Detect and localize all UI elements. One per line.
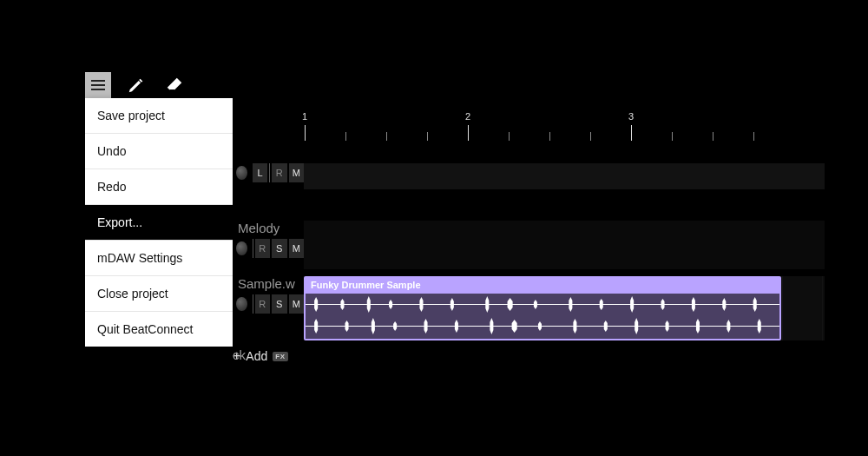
track-header-0: L R M [233, 163, 304, 189]
track-solo-button[interactable]: S [272, 239, 287, 258]
track-name-label: Melody [233, 221, 304, 239]
menu-mdaw-settings[interactable]: mDAW Settings [85, 241, 233, 276]
fx-chip[interactable]: FX [273, 352, 287, 361]
timeline-ruler[interactable]: 1 2 3 [304, 108, 825, 141]
pan-knob[interactable] [236, 241, 247, 255]
divider [253, 294, 253, 314]
track-solo-button[interactable]: S [272, 294, 287, 314]
track-row-sample: Sample.w R S M Funky Drummer Sample [233, 276, 825, 340]
menu-button[interactable] [85, 72, 111, 98]
clip-label: Funky Drummer Sample [306, 278, 779, 294]
pan-knob[interactable] [236, 297, 247, 311]
ruler-tick [713, 132, 713, 141]
track-lane-0[interactable] [304, 163, 825, 189]
ruler-tick [468, 125, 469, 141]
menu-quit[interactable]: Quit BeatConnect [85, 312, 233, 347]
menu-undo[interactable]: Undo [85, 134, 233, 169]
tracks-panel: L R M Melody R S M Sample.w [233, 163, 825, 373]
track-row-melody: Melody R S M [233, 221, 825, 269]
menu-export[interactable]: Export... [85, 205, 233, 241]
ruler-tick [305, 125, 306, 141]
divider [253, 239, 253, 258]
ruler-tick [549, 132, 550, 141]
menu-save-project[interactable]: Save project [85, 98, 233, 134]
track-lane-sample[interactable]: Funky Drummer Sample [304, 276, 825, 340]
menu-close-project[interactable]: Close project [85, 276, 233, 312]
pencil-tool-button[interactable] [123, 72, 149, 98]
track-mute-button[interactable]: M [289, 294, 305, 314]
audio-clip[interactable]: Funky Drummer Sample [304, 276, 781, 340]
track-l-button[interactable]: L [253, 163, 268, 182]
track-header-sample: Sample.w R S M [233, 276, 304, 340]
ruler-tick [386, 132, 387, 141]
track-r-button[interactable]: R [272, 163, 287, 182]
track-record-button[interactable]: R [255, 294, 271, 314]
track-name-label: Sample.w [233, 276, 304, 294]
pan-knob[interactable] [236, 166, 247, 180]
ruler-tick [427, 132, 428, 141]
ruler-tick [509, 132, 510, 141]
ruler-label-3: 3 [628, 111, 634, 122]
ruler-label-1: 1 [302, 111, 307, 122]
track-mute-button[interactable]: M [289, 163, 305, 182]
main-menu: Save project Undo Redo Export... mDAW Se… [85, 98, 233, 347]
waveform-right [306, 315, 779, 337]
eraser-tool-button[interactable] [161, 72, 187, 98]
waveform-left [306, 294, 779, 315]
pencil-icon [127, 76, 146, 95]
ruler-tick [590, 132, 591, 141]
track-mute-button[interactable]: M [289, 239, 305, 258]
top-toolbar [85, 72, 187, 98]
ruler-tick [753, 132, 754, 141]
ruler-label-2: 2 [465, 111, 470, 122]
track-lane-melody[interactable] [304, 221, 825, 269]
truncated-text: ck [233, 347, 246, 362]
ruler-tick [345, 132, 346, 141]
add-track-button[interactable]: Add [246, 349, 267, 363]
add-track-row: + Add FX [233, 347, 825, 367]
divider [269, 163, 270, 182]
hamburger-icon [91, 80, 105, 90]
ruler-tick [672, 132, 673, 141]
ruler-tick [631, 125, 632, 141]
menu-redo[interactable]: Redo [85, 169, 233, 205]
track-header-melody: Melody R S M [233, 221, 304, 269]
track-record-button[interactable]: R [255, 239, 271, 258]
eraser-icon [165, 76, 184, 95]
track-row-0: L R M [233, 163, 825, 189]
